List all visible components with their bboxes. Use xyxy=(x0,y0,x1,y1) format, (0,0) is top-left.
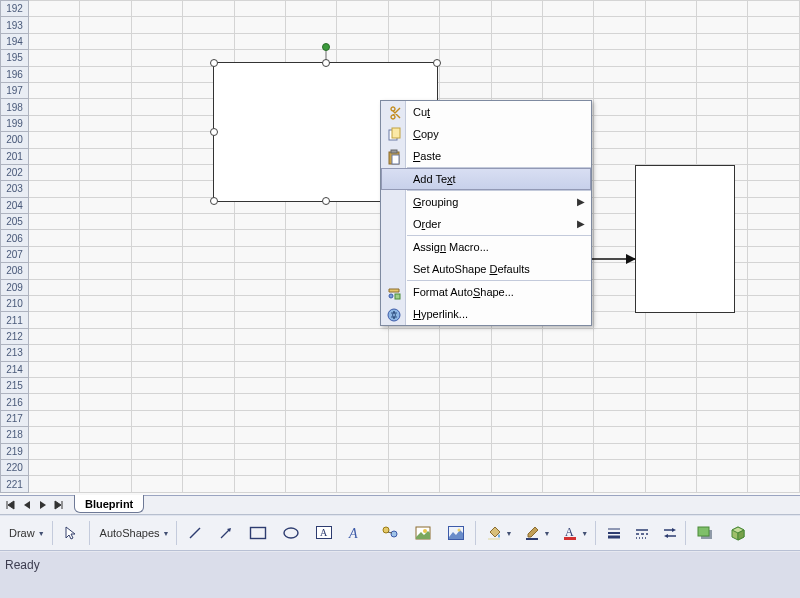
cell[interactable] xyxy=(80,17,131,33)
cell[interactable] xyxy=(29,476,80,492)
cell[interactable] xyxy=(29,246,80,262)
cell[interactable] xyxy=(594,427,645,443)
rotate-handle[interactable] xyxy=(322,43,330,51)
row-header[interactable]: 202 xyxy=(1,164,29,180)
cell[interactable] xyxy=(491,17,542,33)
cell[interactable] xyxy=(29,132,80,148)
cell[interactable] xyxy=(697,17,748,33)
cell[interactable] xyxy=(234,410,285,426)
row-header[interactable]: 205 xyxy=(1,214,29,230)
cell[interactable] xyxy=(337,361,388,377)
cell[interactable] xyxy=(29,164,80,180)
cell[interactable] xyxy=(697,132,748,148)
cell[interactable] xyxy=(337,410,388,426)
cell[interactable] xyxy=(234,214,285,230)
cell[interactable] xyxy=(80,33,131,49)
cell[interactable] xyxy=(80,1,131,17)
cell[interactable] xyxy=(491,1,542,17)
cell[interactable] xyxy=(234,230,285,246)
cell[interactable] xyxy=(285,394,336,410)
cell[interactable] xyxy=(542,1,593,17)
cell[interactable] xyxy=(440,1,491,17)
cell[interactable] xyxy=(337,394,388,410)
cell[interactable] xyxy=(542,459,593,475)
cell[interactable] xyxy=(131,459,182,475)
cell[interactable] xyxy=(29,197,80,213)
cell[interactable] xyxy=(131,197,182,213)
cell[interactable] xyxy=(285,410,336,426)
cell[interactable] xyxy=(131,99,182,115)
cell[interactable] xyxy=(645,328,696,344)
row-header[interactable]: 196 xyxy=(1,66,29,82)
cell[interactable] xyxy=(748,427,800,443)
cell[interactable] xyxy=(131,33,182,49)
cell[interactable] xyxy=(491,82,542,98)
cell[interactable] xyxy=(594,394,645,410)
cell[interactable] xyxy=(440,82,491,98)
sheet-nav-last[interactable] xyxy=(51,497,66,513)
cell[interactable] xyxy=(234,312,285,328)
cell[interactable] xyxy=(285,361,336,377)
cell[interactable] xyxy=(388,476,439,492)
cell[interactable] xyxy=(748,459,800,475)
cell[interactable] xyxy=(748,263,800,279)
cell[interactable] xyxy=(645,148,696,164)
cell[interactable] xyxy=(131,17,182,33)
cell[interactable] xyxy=(29,66,80,82)
cell[interactable] xyxy=(748,394,800,410)
cell[interactable] xyxy=(183,246,234,262)
cell[interactable] xyxy=(645,17,696,33)
cell[interactable] xyxy=(131,345,182,361)
cell[interactable] xyxy=(748,197,800,213)
cell[interactable] xyxy=(131,246,182,262)
cell[interactable] xyxy=(542,476,593,492)
cell[interactable] xyxy=(440,394,491,410)
cell[interactable] xyxy=(285,263,336,279)
cell[interactable] xyxy=(80,230,131,246)
cell[interactable] xyxy=(748,1,800,17)
cell[interactable] xyxy=(183,33,234,49)
ctx-item-format-shape[interactable]: Format AutoShape... xyxy=(381,281,591,303)
cell[interactable] xyxy=(80,328,131,344)
cell[interactable] xyxy=(491,459,542,475)
ctx-item-paste[interactable]: Paste xyxy=(381,145,591,167)
resize-handle-sw[interactable] xyxy=(210,197,218,205)
cell[interactable] xyxy=(80,296,131,312)
cell[interactable] xyxy=(491,476,542,492)
cell[interactable] xyxy=(440,328,491,344)
cell[interactable] xyxy=(388,17,439,33)
cell[interactable] xyxy=(388,345,439,361)
cell[interactable] xyxy=(594,328,645,344)
cell[interactable] xyxy=(285,296,336,312)
cell[interactable] xyxy=(542,427,593,443)
cell[interactable] xyxy=(80,99,131,115)
cell[interactable] xyxy=(697,377,748,393)
cell[interactable] xyxy=(697,50,748,66)
cell[interactable] xyxy=(29,230,80,246)
cell[interactable] xyxy=(29,214,80,230)
cell[interactable] xyxy=(337,459,388,475)
cell[interactable] xyxy=(80,50,131,66)
cell[interactable] xyxy=(80,476,131,492)
row-header[interactable]: 221 xyxy=(1,476,29,492)
cell[interactable] xyxy=(748,361,800,377)
cell[interactable] xyxy=(285,328,336,344)
cell[interactable] xyxy=(697,476,748,492)
cell[interactable] xyxy=(80,82,131,98)
cell[interactable] xyxy=(131,50,182,66)
cell[interactable] xyxy=(542,443,593,459)
line-style-button[interactable] xyxy=(601,520,624,546)
cell[interactable] xyxy=(440,17,491,33)
cell[interactable] xyxy=(645,50,696,66)
cell[interactable] xyxy=(748,312,800,328)
cell[interactable] xyxy=(748,181,800,197)
cell[interactable] xyxy=(234,17,285,33)
cell[interactable] xyxy=(285,1,336,17)
cell[interactable] xyxy=(131,427,182,443)
row-header[interactable]: 212 xyxy=(1,328,29,344)
cell[interactable] xyxy=(234,459,285,475)
cell[interactable] xyxy=(645,1,696,17)
cell[interactable] xyxy=(234,1,285,17)
cell[interactable] xyxy=(594,377,645,393)
insert-picture-button[interactable] xyxy=(442,520,470,546)
